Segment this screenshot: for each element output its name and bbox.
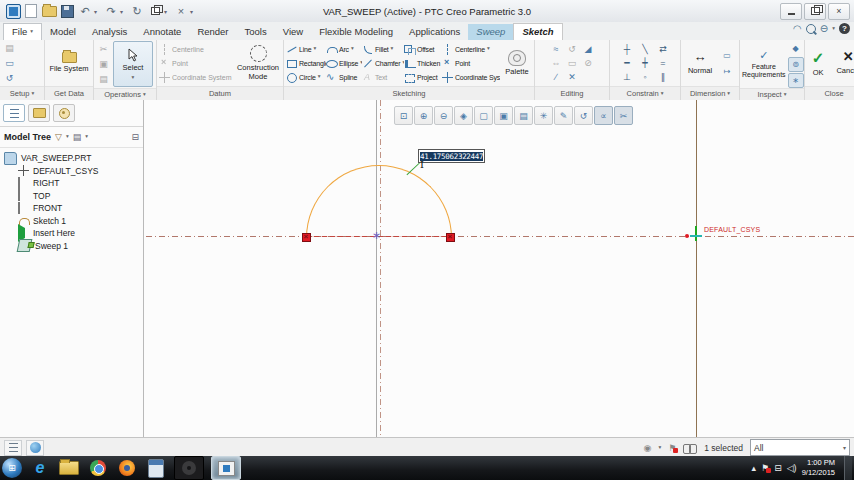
perpendicular-constraint-icon[interactable]: ⊥ (618, 71, 636, 84)
saved-orientations-icon[interactable]: ▣ (494, 106, 513, 125)
rotate-resize-icon[interactable]: ↺ (564, 43, 580, 56)
chamfer-button[interactable]: Chamfer▾ (362, 58, 404, 69)
tab-flexible-modeling[interactable]: Flexible Modeling (311, 24, 401, 40)
file-system-button[interactable]: File System (49, 41, 88, 85)
annotation-display-icon[interactable]: ✎ (554, 106, 573, 125)
sketch-orientation-icon[interactable]: ✂ (614, 106, 633, 125)
datum-centerline-button[interactable]: Centerline (159, 43, 233, 56)
references-icon[interactable]: ▭ (2, 56, 17, 70)
zoom-in-icon[interactable]: ⊕ (414, 106, 433, 125)
volume-icon[interactable]: ◁) (787, 463, 797, 473)
perimeter-dimension-icon[interactable]: ▭ (719, 48, 735, 63)
tree-item-sketch1[interactable]: Sketch 1 (18, 215, 143, 228)
spline-button[interactable]: Spline (326, 72, 362, 83)
view-manager-icon[interactable]: ▤ (514, 106, 533, 125)
tab-applications[interactable]: Applications (401, 24, 468, 40)
network-icon[interactable]: ⊟ (774, 463, 782, 473)
tab-analysis[interactable]: Analysis (84, 24, 135, 40)
tab-view[interactable]: View (275, 24, 311, 40)
parallel-constraint-icon[interactable]: ∥ (654, 71, 672, 84)
delete-segment-icon[interactable]: ✕ (564, 71, 580, 84)
close-button[interactable]: × (828, 3, 850, 20)
group-label-setup[interactable]: Setup▾ (0, 86, 44, 100)
new-file-icon[interactable] (23, 3, 39, 19)
datum-point-button[interactable]: Point (159, 57, 233, 70)
sketch-arc[interactable] (306, 165, 452, 238)
show-hidden-icons[interactable]: ▴ (752, 463, 757, 473)
tree-collapse-icon[interactable]: ⊟ (131, 132, 139, 142)
tab-sweep[interactable]: Sweep (468, 24, 513, 40)
redo-caret-icon[interactable]: ▾ (120, 8, 128, 15)
copy-geometry-icon[interactable]: ▭ (564, 57, 580, 70)
rectangle-button[interactable]: Rectangle▾ (286, 58, 326, 69)
paste-icon[interactable]: ▤ (96, 72, 111, 86)
refit-icon[interactable]: ◈ (454, 106, 473, 125)
close-window-icon[interactable]: × (173, 3, 189, 19)
selection-filter-dropdown[interactable]: All ▾ (750, 439, 850, 456)
tree-item-default-csys[interactable]: DEFAULT_CSYS (18, 165, 143, 178)
group-label-constrain[interactable]: Constrain▾ (610, 86, 680, 100)
divide-icon[interactable]: ∕ (548, 71, 564, 84)
arc-center-marker[interactable]: ∗ (372, 229, 381, 242)
restore-button[interactable] (804, 3, 826, 20)
minimize-ribbon-caret-icon[interactable]: ▾ (832, 26, 835, 32)
tree-item-insert-here[interactable]: Insert Here (18, 227, 143, 240)
project-button[interactable]: Project (404, 72, 442, 83)
tree-item-top[interactable]: TOP (18, 190, 143, 203)
select-button[interactable]: Select ▾ (113, 41, 153, 87)
trim-icon[interactable]: ⊘ (580, 57, 596, 70)
arc-endpoint-left[interactable] (302, 233, 311, 242)
tangent-constraint-icon[interactable]: ╲ (636, 43, 654, 56)
tree-item-right[interactable]: RIGHT (18, 177, 143, 190)
highlight-open-ends-icon[interactable]: ⊚ (788, 57, 804, 72)
find-icon[interactable] (683, 444, 697, 452)
ok-button[interactable]: ✓ OK (807, 41, 829, 85)
undo-caret-icon[interactable]: ▾ (94, 8, 102, 15)
help-icon[interactable]: ? (839, 23, 850, 34)
group-label-dimension[interactable]: Dimension▾ (681, 86, 739, 100)
construction-mode-button[interactable]: Construction Mode (235, 41, 281, 85)
default-csys-marker[interactable] (695, 226, 697, 241)
line-button[interactable]: Line▾ (286, 44, 326, 55)
tab-model[interactable]: Model (42, 24, 84, 40)
sketch-display-icon[interactable]: ∝ (594, 106, 613, 125)
cancel-button[interactable]: ✕ Cancel (835, 41, 854, 85)
tab-annotate[interactable]: Annotate (135, 24, 189, 40)
search-icon[interactable] (806, 24, 816, 34)
folder-browser-tab[interactable] (28, 104, 50, 122)
fillet-button[interactable]: Fillet▾ (362, 44, 404, 55)
taskbar-clock[interactable]: 1:00 PM 9/12/2015 (802, 458, 839, 478)
reference-point-marker[interactable] (685, 234, 689, 238)
minimize-ribbon-icon[interactable]: ⊖ (820, 23, 828, 34)
display-style-icon[interactable]: ▢ (474, 106, 493, 125)
dimension-input[interactable]: 41.175062322447 (418, 149, 485, 163)
firefox-icon[interactable] (116, 457, 138, 479)
offset-button[interactable]: Offset (404, 44, 442, 55)
toggle-model-tree-icon[interactable] (4, 440, 22, 456)
shade-closed-loops-icon[interactable]: ∗ (788, 73, 804, 88)
zoom-window-icon[interactable]: ⊡ (394, 106, 413, 125)
circle-button[interactable]: Circle▾ (286, 72, 326, 83)
sketcher-options-icon[interactable]: ↺ (2, 71, 17, 85)
default-csys-label[interactable]: DEFAULT_CSYS (704, 226, 760, 233)
tree-filters-caret-icon[interactable]: ▾ (66, 134, 69, 140)
datum-display-icon[interactable]: ✳ (534, 106, 553, 125)
select-items-caret-icon[interactable]: ▾ (658, 445, 661, 451)
undo-icon[interactable]: ↶ (77, 3, 93, 19)
app-icon[interactable] (5, 3, 21, 19)
windows-caret-icon[interactable]: ▾ (164, 8, 172, 15)
vertical-constraint-icon[interactable]: ┼ (618, 43, 636, 56)
zoom-out-icon[interactable]: ⊖ (434, 106, 453, 125)
tab-file[interactable]: File ▾ (3, 23, 42, 40)
arc-endpoint-right[interactable] (446, 233, 455, 242)
tree-filters-icon[interactable]: ▽ (55, 132, 62, 142)
media-player-icon[interactable] (174, 456, 204, 480)
tree-item-sweep1[interactable]: Sweep 1 (18, 240, 143, 253)
save-icon[interactable] (59, 3, 75, 19)
group-label-inspect[interactable]: Inspect▾ (740, 88, 804, 100)
cut-icon[interactable]: ✂ (96, 42, 111, 56)
chrome-icon[interactable] (87, 457, 109, 479)
internet-explorer-icon[interactable]: e (29, 457, 51, 479)
web-browser-icon[interactable] (26, 440, 44, 456)
file-explorer-icon[interactable] (58, 457, 80, 479)
